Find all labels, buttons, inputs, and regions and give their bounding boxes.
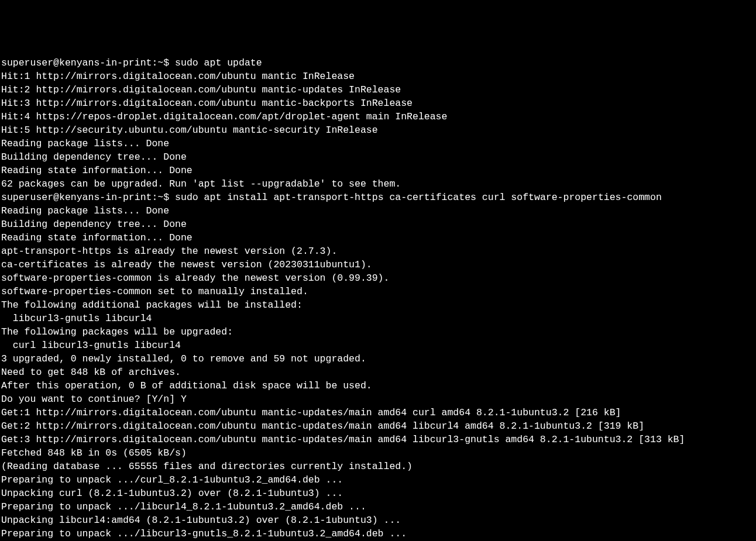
output-line: Reading package lists... Done <box>1 204 755 218</box>
output-line: Preparing to unpack .../curl_8.2.1-1ubun… <box>1 473 755 487</box>
prompt-path: ~ <box>157 57 163 68</box>
output-line: Reading package lists... Done <box>1 137 755 150</box>
output-line: After this operation, 0 B of additional … <box>1 379 755 392</box>
output-line: Building dependency tree... Done <box>1 218 755 231</box>
prompt-line-1: superuser@kenyans-in-print:~$ sudo apt u… <box>1 56 755 70</box>
prompt-line-2: superuser@kenyans-in-print:~$ sudo apt i… <box>1 191 755 204</box>
output-line: apt-transport-https is already the newes… <box>1 244 755 258</box>
output-line: Unpacking curl (8.2.1-1ubuntu3.2) over (… <box>1 487 755 500</box>
output-line: Hit:5 http://security.ubuntu.com/ubuntu … <box>1 123 755 137</box>
prompt-user-host: superuser@kenyans-in-print <box>1 57 152 68</box>
output-line: Fetched 848 kB in 0s (6505 kB/s) <box>1 446 755 460</box>
output-line: Unpacking libcurl4:amd64 (8.2.1-1ubuntu3… <box>1 514 755 527</box>
prompt-sep: : <box>152 57 157 68</box>
command-2: sudo apt install apt-transport-https ca-… <box>175 192 662 203</box>
output-line: ca-certificates is already the newest ve… <box>1 258 755 271</box>
output-line: (Reading database ... 65555 files and di… <box>1 460 755 473</box>
output-line: Get:1 http://mirrors.digitalocean.com/ub… <box>1 406 755 419</box>
prompt-dollar: $ <box>163 192 175 203</box>
output-line: Do you want to continue? [Y/n] Y <box>1 392 755 406</box>
output-line: curl libcurl3-gnutls libcurl4 <box>1 339 755 352</box>
output-line: Hit:2 http://mirrors.digitalocean.com/ub… <box>1 83 755 97</box>
terminal-output[interactable]: superuser@kenyans-in-print:~$ sudo apt u… <box>1 56 755 541</box>
output-line: Get:3 http://mirrors.digitalocean.com/ub… <box>1 433 755 446</box>
output-line: The following additional packages will b… <box>1 298 755 312</box>
prompt-sep: : <box>152 192 157 203</box>
output-line: Reading state information... Done <box>1 231 755 244</box>
output-line: Hit:3 http://mirrors.digitalocean.com/ub… <box>1 97 755 110</box>
command-1: sudo apt update <box>175 57 262 68</box>
prompt-user-host: superuser@kenyans-in-print <box>1 192 152 203</box>
output-line: Need to get 848 kB of archives. <box>1 366 755 379</box>
output-line: Preparing to unpack .../libcurl4_8.2.1-1… <box>1 500 755 514</box>
output-line: 3 upgraded, 0 newly installed, 0 to remo… <box>1 352 755 366</box>
prompt-dollar: $ <box>163 57 175 68</box>
output-line: software-properties-common is already th… <box>1 271 755 285</box>
prompt-path: ~ <box>157 192 163 203</box>
output-line: Preparing to unpack .../libcurl3-gnutls_… <box>1 527 755 540</box>
output-line: Get:2 http://mirrors.digitalocean.com/ub… <box>1 419 755 433</box>
output-line: Reading state information... Done <box>1 164 755 177</box>
output-line: Building dependency tree... Done <box>1 150 755 164</box>
output-line: Hit:1 http://mirrors.digitalocean.com/ub… <box>1 70 755 83</box>
output-line: 62 packages can be upgraded. Run 'apt li… <box>1 177 755 191</box>
output-line: software-properties-common set to manual… <box>1 285 755 298</box>
output-line: libcurl3-gnutls libcurl4 <box>1 312 755 325</box>
output-line: The following packages will be upgraded: <box>1 325 755 339</box>
output-line: Hit:4 https://repos-droplet.digitalocean… <box>1 110 755 123</box>
